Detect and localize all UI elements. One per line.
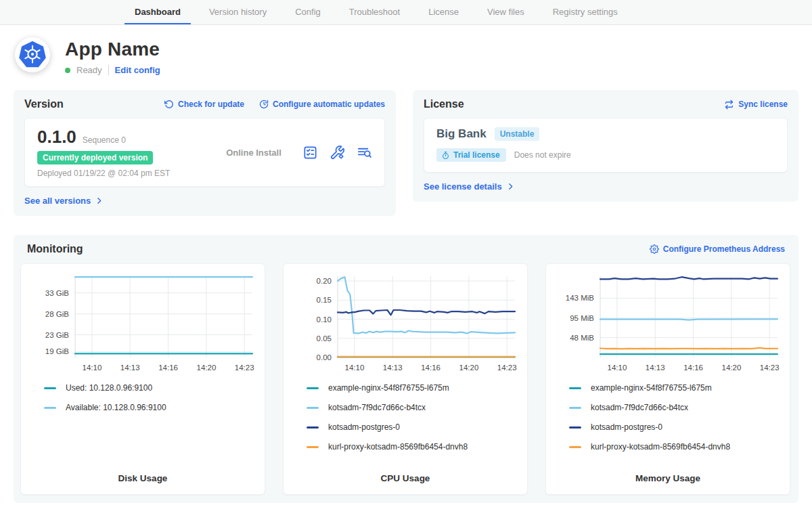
legend-item: kotsadm-7f9dc7d66c-b4tcx [569, 403, 779, 412]
check-for-update-button[interactable]: Check for update [164, 100, 244, 109]
sync-license-button[interactable]: Sync license [724, 100, 788, 110]
monitoring-panel: Monitoring Configure Prometheus Address … [14, 235, 798, 503]
legend-swatch-available [44, 407, 56, 409]
legend-swatch-nginx [307, 387, 319, 389]
ready-status-dot [65, 68, 70, 73]
disk-usage-title: Disk Usage [32, 464, 254, 483]
legend-item: kotsadm-postgres-0 [569, 422, 779, 432]
legend-item: example-nginx-54f8f76755-l675m [307, 383, 516, 393]
gear-icon [650, 244, 659, 254]
cpu-usage-title: CPU Usage [294, 464, 516, 483]
legend-label-used: Used: 10.128.0.96:9100 [66, 383, 152, 393]
version-number: 0.1.0 [37, 127, 76, 148]
see-license-details-link[interactable]: See license details [424, 181, 515, 192]
cpu-usage-chart: 0.200.150.100.050.0014:1014:1314:1614:20… [294, 272, 518, 374]
svg-text:14:13: 14:13 [646, 364, 665, 372]
disk-usage-chart: 33 GiB28 GiB23 GiB19 GiB14:1014:1314:161… [32, 272, 255, 374]
legend-item: kotsadm-postgres-0 [307, 422, 516, 432]
preflight-checks-icon[interactable] [302, 145, 318, 160]
svg-text:0.15: 0.15 [317, 296, 332, 304]
svg-text:14:23: 14:23 [497, 364, 517, 372]
top-nav: Dashboard Version history Config Trouble… [0, 0, 812, 25]
view-logs-icon[interactable] [357, 145, 372, 160]
configure-prometheus-label: Configure Prometheus Address [663, 244, 785, 254]
svg-text:0.05: 0.05 [317, 334, 332, 343]
cpu-usage-card: 0.200.150.100.050.0014:1014:1314:1614:20… [283, 263, 528, 495]
legend-label-postgres: kotsadm-postgres-0 [328, 422, 400, 432]
svg-text:14:23: 14:23 [760, 364, 780, 372]
tab-view-files[interactable]: View files [477, 0, 535, 24]
svg-text:14:13: 14:13 [383, 364, 403, 372]
svg-text:95 MiB: 95 MiB [570, 314, 594, 322]
sync-license-label: Sync license [738, 100, 788, 109]
app-header: App Name Ready Edit config [0, 25, 812, 79]
legend-item: kotsadm-7f9dc7d66c-b4tcx [307, 403, 516, 412]
app-status-text: Ready [76, 65, 102, 75]
legend-label-kurl-proxy: kurl-proxy-kotsadm-8569fb6454-dnvh8 [591, 442, 730, 452]
trial-license-label: Trial license [453, 150, 500, 160]
tab-registry-settings[interactable]: Registry settings [543, 0, 628, 24]
svg-text:0.10: 0.10 [317, 315, 332, 324]
svg-text:14:20: 14:20 [197, 364, 217, 372]
see-all-versions-link[interactable]: See all versions [24, 196, 104, 206]
legend-item: kurl-proxy-kotsadm-8569fb6454-dnvh8 [569, 442, 779, 452]
license-expiry: Does not expire [514, 150, 571, 160]
svg-text:23 GiB: 23 GiB [45, 331, 69, 339]
chevron-right-icon [95, 196, 104, 205]
deployed-timestamp: Deployed 01/19/22 @ 02:04 pm EST [37, 169, 205, 178]
chevron-right-icon [506, 182, 515, 191]
legend-swatch-kotsadm [569, 407, 581, 409]
clock-refresh-icon [259, 100, 269, 109]
see-all-versions-label: See all versions [24, 196, 91, 206]
check-for-update-label: Check for update [178, 100, 244, 109]
tab-troubleshoot[interactable]: Troubleshoot [339, 0, 410, 24]
svg-text:0.00: 0.00 [317, 353, 332, 361]
license-panel: License Sync license Big Bank Unstable [413, 90, 798, 202]
configure-prometheus-button[interactable]: Configure Prometheus Address [650, 244, 785, 254]
version-panel: Version Check for update Configure autom… [14, 90, 396, 216]
channel-badge: Unstable [495, 127, 540, 141]
currently-deployed-badge: Currently deployed version [37, 151, 153, 164]
legend-swatch-used [44, 387, 56, 389]
legend-item: kurl-proxy-kotsadm-8569fb6454-dnvh8 [307, 442, 516, 452]
svg-text:28 GiB: 28 GiB [45, 310, 69, 318]
legend-label-kotsadm: kotsadm-7f9dc7d66c-b4tcx [591, 403, 688, 412]
legend-label-available: Available: 10.128.0.96:9100 [66, 403, 166, 412]
svg-text:48 MiB: 48 MiB [570, 334, 594, 342]
legend-label-kotsadm: kotsadm-7f9dc7d66c-b4tcx [328, 403, 426, 412]
svg-text:14:16: 14:16 [683, 364, 703, 372]
legend-swatch-postgres [569, 426, 581, 429]
page-title: App Name [65, 39, 160, 60]
legend-swatch-postgres [307, 426, 319, 429]
legend-item: Available: 10.128.0.96:9100 [44, 403, 254, 412]
license-panel-title: License [424, 98, 464, 110]
legend-swatch-kurl-proxy [569, 446, 581, 448]
tab-config[interactable]: Config [285, 0, 331, 24]
version-sequence: Sequence 0 [83, 135, 126, 145]
memory-usage-card: 143 MiB95 MiB48 MiB14:1014:1314:1614:201… [545, 263, 790, 495]
legend-swatch-nginx [569, 387, 581, 389]
legend-label-kurl-proxy: kurl-proxy-kotsadm-8569fb6454-dnvh8 [328, 442, 468, 452]
configure-automatic-updates-button[interactable]: Configure automatic updates [259, 100, 385, 109]
tab-license[interactable]: License [418, 0, 469, 24]
install-type-label: Online Install [205, 148, 302, 158]
monitoring-title: Monitoring [27, 243, 83, 255]
config-wrench-icon[interactable] [330, 145, 345, 160]
svg-text:14:23: 14:23 [235, 364, 254, 372]
svg-text:14:20: 14:20 [722, 364, 742, 372]
svg-text:0.20: 0.20 [317, 277, 332, 285]
edit-config-link[interactable]: Edit config [115, 65, 160, 75]
svg-text:14:13: 14:13 [120, 364, 140, 372]
svg-text:14:10: 14:10 [345, 364, 365, 372]
tab-version-history[interactable]: Version history [199, 0, 277, 24]
svg-text:14:16: 14:16 [421, 364, 441, 372]
legend-item: example-nginx-54f8f76755-l675m [569, 383, 779, 393]
sync-arrows-icon [724, 100, 734, 110]
legend-label-nginx: example-nginx-54f8f76755-l675m [591, 383, 712, 393]
disk-usage-card: 33 GiB28 GiB23 GiB19 GiB14:1014:1314:161… [20, 263, 265, 495]
memory-usage-title: Memory Usage [557, 464, 779, 483]
legend-swatch-kurl-proxy [307, 446, 319, 448]
app-logo [15, 37, 50, 72]
tab-dashboard[interactable]: Dashboard [125, 0, 191, 24]
license-card: Big Bank Unstable Trial license Does not… [424, 118, 788, 173]
